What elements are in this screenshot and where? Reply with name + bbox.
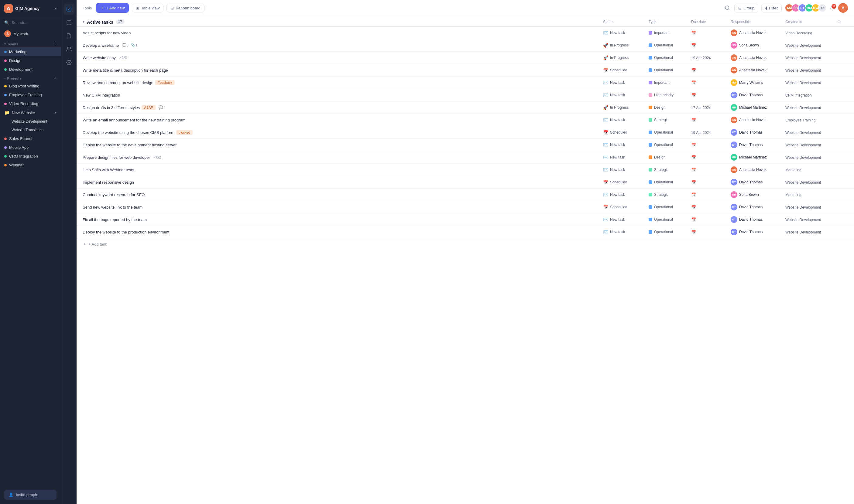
- website-translation-label: Website Translation: [12, 128, 43, 132]
- icon-docs[interactable]: [64, 30, 74, 41]
- status-label: Scheduled: [610, 180, 627, 184]
- search-area[interactable]: 🔍 Search...: [0, 17, 61, 28]
- type-label: Operational: [654, 56, 673, 60]
- type-label: Operational: [654, 217, 673, 222]
- type-dot: [649, 93, 652, 97]
- col-status-header: Status: [603, 20, 649, 24]
- responsible-name: Michael Martinez: [739, 105, 767, 110]
- task-status: ✉️ New task: [603, 155, 649, 160]
- type-dot: [649, 68, 652, 72]
- status-label: New task: [610, 155, 625, 159]
- my-work-item[interactable]: A My work: [0, 28, 61, 39]
- col-settings-icon[interactable]: ⚙: [837, 19, 848, 24]
- task-meta-item: 💬3: [122, 43, 128, 47]
- task-name: Design drafts in 3 different stylesASAP …: [83, 105, 603, 110]
- due-date: 19 Apr 2024: [691, 56, 711, 60]
- task-status: ✉️ New task: [603, 80, 649, 85]
- task-status: ✉️ New task: [603, 230, 649, 234]
- task-responsible: SB Sofia Brown: [731, 191, 785, 198]
- search-button[interactable]: [724, 4, 731, 12]
- sidebar-item-employee-training[interactable]: Employee Training: [0, 90, 61, 99]
- projects-add-btn[interactable]: +: [54, 76, 56, 81]
- status-label: In Progress: [610, 105, 629, 110]
- task-meta-item: 💬7: [159, 105, 165, 110]
- status-label: New task: [610, 217, 625, 222]
- status-label: Scheduled: [610, 68, 627, 72]
- status-icon: 🚀: [603, 55, 608, 60]
- table-view-button[interactable]: ⊞ Table view: [132, 4, 163, 13]
- table-row[interactable]: Conduct keyword research for SEO ✉️ New …: [76, 188, 854, 201]
- new-website-sub: Website Development Website Translation: [0, 117, 61, 134]
- icon-tasks[interactable]: [64, 4, 74, 15]
- table-row[interactable]: Review and comment on website designFeed…: [76, 76, 854, 89]
- calendar-icon: 📅: [691, 68, 696, 73]
- sidebar-item-design[interactable]: Design: [0, 56, 61, 65]
- type-label: Strategic: [654, 118, 668, 122]
- table-row[interactable]: Write meta title & meta description for …: [76, 64, 854, 76]
- table-row[interactable]: Write an email announcement for the new …: [76, 114, 854, 126]
- sidebar-item-crm-integration[interactable]: CRM Integration: [0, 152, 61, 161]
- add-task-row[interactable]: ＋ + Add task: [76, 238, 854, 250]
- task-status: 🚀 In Progress: [603, 43, 649, 48]
- sidebar-item-marketing[interactable]: Marketing: [0, 47, 61, 56]
- table-row[interactable]: Fix all the bugs reported by the team ✉️…: [76, 213, 854, 226]
- table-row[interactable]: Deploy the website to the production env…: [76, 226, 854, 238]
- status-label: New task: [610, 93, 625, 97]
- table-row[interactable]: Adjust scripts for new video ✉️ New task…: [76, 27, 854, 39]
- projects-section-label[interactable]: ▾ Projects: [4, 76, 21, 80]
- user-avatar-main[interactable]: A: [838, 3, 848, 13]
- icon-people[interactable]: [64, 44, 74, 55]
- sidebar-item-website-development[interactable]: Website Development: [8, 117, 61, 126]
- sidebar-item-video-recording[interactable]: Video Recording: [0, 99, 61, 108]
- group-button[interactable]: ⊞ Group: [734, 4, 758, 13]
- sidebar-item-new-website[interactable]: 📁 New Website ▾: [0, 108, 61, 117]
- table-row[interactable]: Prepare design files for web developer ✓…: [76, 151, 854, 164]
- table-row[interactable]: Implement responsive design 📅 Scheduled …: [76, 176, 854, 188]
- org-name: GIM Agency: [15, 6, 39, 11]
- table-row[interactable]: Send new website link to the team 📅 Sche…: [76, 201, 854, 213]
- table-row[interactable]: New CRM integration ✉️ New task High pri…: [76, 89, 854, 102]
- status-label: New task: [610, 167, 625, 172]
- type-dot: [649, 130, 652, 134]
- task-created-in: Website Development: [785, 143, 821, 147]
- filter-button[interactable]: ⧫ Filter: [761, 4, 782, 13]
- task-type: High priority: [649, 93, 691, 97]
- task-type: Operational: [649, 68, 691, 72]
- sidebar-item-website-translation[interactable]: Website Translation: [8, 126, 61, 134]
- sidebar-item-development[interactable]: Development: [0, 65, 61, 74]
- table-row[interactable]: Write website copy ✓1/3 🚀 In Progress Op…: [76, 52, 854, 64]
- mobile-app-label: Mobile App: [9, 145, 29, 150]
- sidebar-header[interactable]: G GIM Agency ▾: [0, 0, 61, 17]
- responsible-avatar: MM: [731, 154, 737, 161]
- table-row[interactable]: Develop the website using the chosen CMS…: [76, 126, 854, 139]
- due-date: 17 Apr 2024: [691, 106, 711, 110]
- sidebar-item-sales-funnel[interactable]: Sales Funnel: [0, 134, 61, 143]
- teams-section-label[interactable]: ▾ Teams: [4, 42, 18, 46]
- table-row[interactable]: Develop a wireframe 💬3📎1 🚀 In Progress O…: [76, 39, 854, 52]
- type-dot: [649, 180, 652, 184]
- table-row[interactable]: Help Sofia with Webinar texts ✉️ New tas…: [76, 164, 854, 176]
- teams-add-btn[interactable]: +: [54, 41, 56, 47]
- task-status: 🚀 In Progress: [603, 105, 649, 110]
- icon-calendar[interactable]: [64, 17, 74, 28]
- avatar-overflow-count[interactable]: +3: [818, 4, 827, 12]
- status-icon: 📅: [603, 180, 608, 185]
- type-label: Operational: [654, 205, 673, 209]
- table-row[interactable]: Design drafts in 3 different stylesASAP …: [76, 102, 854, 114]
- task-status: ✉️ New task: [603, 167, 649, 172]
- sidebar-item-mobile-app[interactable]: Mobile App: [0, 143, 61, 152]
- invite-people-button[interactable]: 👤 Invite people: [4, 490, 56, 500]
- table-row[interactable]: Deploy the website to the development ho…: [76, 139, 854, 151]
- sidebar-item-blog-post[interactable]: Blog Post Writing: [0, 82, 61, 90]
- sidebar-item-webinar[interactable]: Webinar: [0, 161, 61, 169]
- notifications-button[interactable]: 12: [830, 5, 835, 11]
- status-icon: ✉️: [603, 217, 608, 222]
- task-created-in: Employee Training: [785, 118, 815, 122]
- responsible-avatar: DT: [731, 142, 737, 148]
- icon-settings[interactable]: [64, 57, 74, 68]
- section-toggle[interactable]: ▾ Active tasks 17: [83, 19, 124, 24]
- sidebar-bottom: 👤 Invite people: [0, 485, 61, 504]
- status-label: Scheduled: [610, 130, 627, 134]
- add-new-button[interactable]: ＋ + Add new: [96, 3, 129, 13]
- kanban-board-button[interactable]: ⊟ Kanban board: [167, 4, 205, 13]
